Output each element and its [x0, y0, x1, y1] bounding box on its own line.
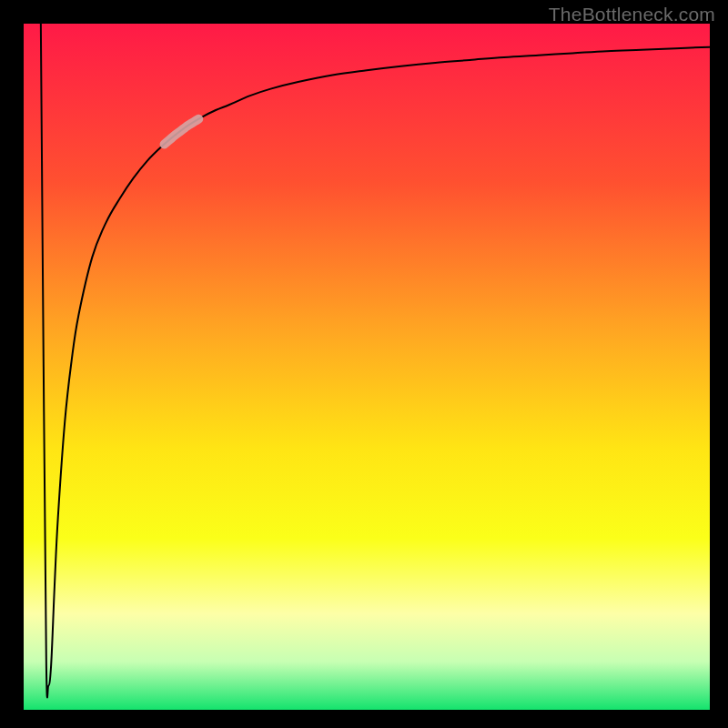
gradient-background [24, 24, 710, 710]
chart-svg [24, 24, 710, 710]
watermark-text: TheBottleneck.com [549, 4, 715, 25]
chart-frame: TheBottleneck.com [0, 0, 728, 728]
plot-area [24, 24, 710, 710]
